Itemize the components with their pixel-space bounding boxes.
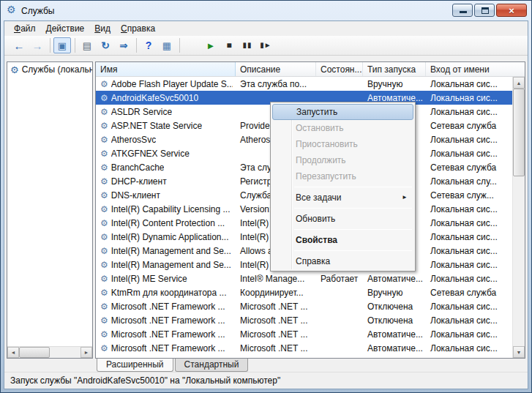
service-gear-icon: ⚙ bbox=[100, 316, 108, 325]
cell-name: ⚙Intel(R) ME Service bbox=[96, 274, 236, 284]
service-name: Intel(R) Capability Licensing ... bbox=[111, 204, 231, 214]
scrollbar-thumb[interactable] bbox=[513, 89, 525, 176]
scrollbar-track[interactable] bbox=[513, 89, 525, 346]
toolbar-button-help[interactable]: ? bbox=[140, 37, 157, 53]
service-row[interactable]: ⚙Microsoft .NET Framework ...Microsoft .… bbox=[96, 299, 512, 313]
tree-item-services[interactable]: ⚙ Службы (локальные) bbox=[7, 62, 92, 77]
extended-view-icon: ▦ bbox=[162, 41, 171, 50]
list-vertical-scrollbar[interactable] bbox=[512, 77, 525, 358]
cell-name: ⚙Microsoft .NET Framework ... bbox=[96, 343, 236, 353]
context-menu-item-start[interactable]: Запустить bbox=[272, 104, 413, 120]
menubar-item-help[interactable]: Справка bbox=[116, 22, 160, 35]
toolbar-button-refresh[interactable]: ↻ bbox=[97, 37, 114, 53]
cell-logon-as: Локальная сис... bbox=[426, 204, 512, 214]
column-header-status[interactable]: Состоян... bbox=[316, 62, 363, 76]
minimize-button[interactable] bbox=[452, 4, 473, 17]
menu-separator bbox=[294, 208, 412, 209]
service-name: AtherosSvc bbox=[111, 135, 156, 145]
column-header-logon-as[interactable]: Вход от имени bbox=[426, 62, 525, 76]
back-icon: ← bbox=[14, 40, 25, 51]
maximize-button[interactable] bbox=[474, 4, 495, 17]
cell-name: ⚙Intel(R) Dynamic Application... bbox=[96, 232, 236, 242]
toolbar-separator bbox=[75, 38, 75, 53]
cell-name: ⚙ASLDR Service bbox=[96, 107, 236, 117]
cell-name: ⚙ASP.NET State Service bbox=[96, 121, 236, 131]
context-menu-item-pause: Приостановить bbox=[272, 136, 413, 152]
title-bar[interactable]: ⚙ Службы bbox=[1, 1, 531, 20]
cell-name: ⚙BranchCache bbox=[96, 162, 236, 173]
service-row[interactable]: ⚙Adobe Flash Player Update S...Эта служб… bbox=[96, 77, 512, 91]
cell-name: ⚙Adobe Flash Player Update S... bbox=[96, 79, 236, 89]
service-gear-icon: ⚙ bbox=[100, 177, 108, 186]
column-header-description[interactable]: Описание bbox=[236, 62, 316, 76]
cell-startup-type: Отключена bbox=[363, 302, 426, 312]
services-icon: ⚙ bbox=[10, 65, 19, 75]
toolbar-button-export-list[interactable]: ⇒ bbox=[115, 37, 132, 53]
cell-logon-as: Локальная сис... bbox=[426, 107, 512, 117]
cell-logon-as: Локальная сис... bbox=[426, 246, 512, 256]
service-gear-icon: ⚙ bbox=[100, 344, 108, 353]
cell-logon-as: Локальная сис... bbox=[426, 315, 512, 326]
context-menu-item-properties[interactable]: Свойства bbox=[272, 232, 413, 248]
cell-logon-as: Сетевая служба bbox=[426, 162, 512, 173]
service-row[interactable]: ⚙KtmRm для координатора ...Координирует.… bbox=[96, 285, 512, 299]
toolbar-button-extended-view[interactable]: ▦ bbox=[158, 37, 176, 53]
service-gear-icon: ⚙ bbox=[100, 121, 108, 130]
scroll-right-button[interactable] bbox=[80, 347, 92, 358]
help-icon: ? bbox=[146, 40, 152, 50]
tree-item-label: Службы (локальные) bbox=[22, 64, 92, 75]
tab-extended[interactable]: Расширенный bbox=[97, 359, 173, 372]
cell-startup-type: Вручную bbox=[363, 288, 426, 298]
cell-name: ⚙Intel(R) Management and Se... bbox=[96, 246, 236, 256]
toolbar-button-properties-page[interactable]: ▤ bbox=[78, 37, 96, 53]
scroll-down-button[interactable] bbox=[513, 346, 525, 358]
cell-logon-as: Сетевая служба bbox=[426, 121, 512, 131]
cell-startup-type: Автоматиче... bbox=[363, 343, 426, 353]
context-menu-item-stop: Остановить bbox=[272, 120, 413, 136]
scrollbar-thumb[interactable] bbox=[19, 347, 50, 358]
toolbar-button-pause-service[interactable]: ▮▮ bbox=[239, 37, 256, 53]
console-tree-pane: ⚙ Службы (локальные) bbox=[7, 61, 93, 359]
toolbar-button-start-service[interactable]: ► bbox=[202, 37, 220, 53]
service-row[interactable]: ⚙Microsoft .NET Framework ...Microsoft .… bbox=[96, 313, 512, 327]
menubar-item-action[interactable]: Действие bbox=[41, 22, 90, 35]
service-name: KtmRm для координатора ... bbox=[111, 288, 227, 298]
column-header-name[interactable]: Имя bbox=[96, 62, 236, 76]
service-gear-icon: ⚙ bbox=[100, 163, 108, 172]
service-gear-icon: ⚙ bbox=[100, 330, 108, 339]
context-menu-item-help[interactable]: Справка bbox=[272, 253, 413, 269]
service-row[interactable]: ⚙Microsoft .NET Framework ...Microsoft .… bbox=[96, 341, 512, 355]
service-row[interactable]: ⚙Intel(R) ME ServiceIntel® Manage...Рабо… bbox=[96, 272, 512, 285]
scroll-up-button[interactable] bbox=[513, 77, 525, 89]
scrollbar-track[interactable] bbox=[19, 347, 80, 358]
service-name: AndroidKafeSvc50010 bbox=[111, 93, 198, 103]
stop-service-icon: ■ bbox=[226, 41, 231, 50]
toolbar-button-restart-service[interactable]: ▮► bbox=[257, 37, 274, 53]
sidebar-horizontal-scrollbar[interactable] bbox=[7, 346, 92, 358]
menubar-item-view[interactable]: Вид bbox=[89, 22, 116, 35]
column-header-startup-type[interactable]: Тип запуска bbox=[363, 62, 426, 76]
cell-description: Microsoft .NET ... bbox=[236, 343, 316, 353]
toolbar-button-console-tree[interactable]: ▣ bbox=[53, 37, 71, 53]
service-row[interactable]: ⚙Microsoft .NET Framework ...Microsoft .… bbox=[96, 327, 512, 341]
service-gear-icon: ⚙ bbox=[100, 205, 108, 214]
menubar-item-file[interactable]: Файл bbox=[9, 22, 41, 35]
cell-startup-type: Отключена bbox=[363, 315, 426, 326]
status-text: Запуск службы "AndroidKafeSvc50010" на "… bbox=[10, 375, 280, 386]
console-tree-icon: ▣ bbox=[58, 41, 67, 50]
toolbar-button-stop-service[interactable]: ■ bbox=[220, 37, 238, 53]
close-button[interactable] bbox=[496, 4, 527, 17]
scroll-left-button[interactable] bbox=[7, 347, 19, 358]
toolbar-button-back[interactable]: ← bbox=[10, 37, 28, 53]
cell-logon-as: Локальная сис... bbox=[426, 302, 512, 312]
service-name: Adobe Flash Player Update S... bbox=[111, 79, 233, 89]
close-icon bbox=[497, 4, 526, 17]
service-name: DHCP-клиент bbox=[111, 176, 167, 187]
list-header: ИмяОписаниеСостоян...Тип запускаВход от … bbox=[96, 62, 525, 77]
toolbar-button-forward[interactable]: → bbox=[29, 37, 46, 53]
context-menu-item-refresh[interactable]: Обновить bbox=[272, 211, 413, 227]
context-menu-item-all-tasks[interactable]: Все задачи bbox=[272, 190, 413, 206]
tab-standard[interactable]: Стандартный bbox=[175, 359, 249, 372]
cell-name: ⚙DHCP-клиент bbox=[96, 176, 236, 187]
context-menu: ЗапуститьОстановитьПриостановитьПродолжи… bbox=[270, 102, 416, 272]
